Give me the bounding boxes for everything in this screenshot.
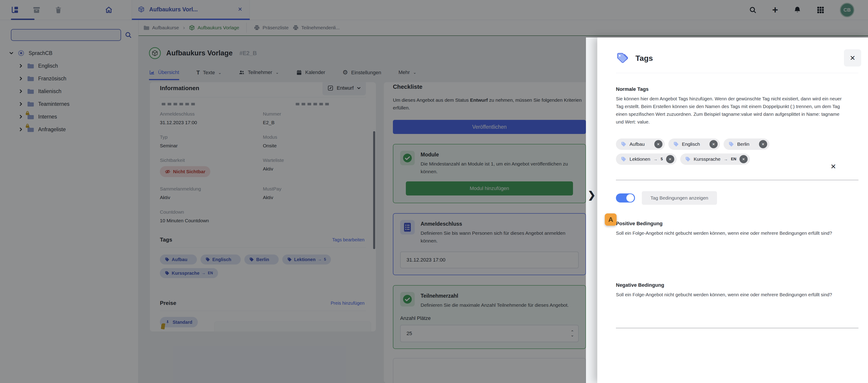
tags-icon (616, 53, 629, 64)
tag-icon (621, 141, 626, 147)
divider (616, 328, 859, 328)
accessibility-badge[interactable]: A (605, 214, 617, 226)
tag-chip: Aufbau✕ (616, 138, 665, 150)
negative-condition-section: Negative Bedingung Soll ein Folge-Angebo… (616, 282, 859, 298)
tag-label: Englisch (682, 141, 700, 147)
panel-gutter: ❯ (586, 37, 597, 383)
clear-input-icon[interactable]: ✕ (829, 162, 838, 171)
panel-header: Tags (616, 49, 859, 67)
toggle-label[interactable]: Tag Bedingungen anzeigen (642, 191, 717, 205)
remove-tag-icon[interactable]: ✕ (710, 140, 718, 148)
tags-input-field[interactable]: Aufbau✕ Englisch✕ Berlin✕ Lektionen→5✕ K… (616, 138, 859, 180)
tag-label: Berlin (737, 141, 749, 147)
app-root: Aufbaukurs Vorl... ✕ + CB Aufbaukurse › … (0, 0, 868, 383)
normal-tags-description: Sie können hier dem Angebot Tags hinzufü… (616, 95, 847, 126)
remove-tag-icon[interactable]: ✕ (740, 155, 748, 163)
tag-chip: Lektionen→5✕ (616, 154, 677, 165)
remove-tag-icon[interactable]: ✕ (759, 140, 767, 148)
normal-tags-title: Normale Tags (616, 86, 859, 92)
divider (616, 73, 859, 73)
panel-tag-chip-list: Aufbau✕ Englisch✕ Berlin✕ Lektionen→5✕ K… (616, 138, 820, 165)
tag-arrow: → (653, 157, 657, 162)
tag-icon (685, 156, 691, 162)
tag-label: Lektionen (629, 156, 650, 162)
negative-condition-description: Soll ein Folge-Angebot nicht gebucht wer… (616, 291, 847, 298)
tag-chip: Englisch✕ (669, 138, 720, 150)
negative-condition-title: Negative Bedingung (616, 282, 859, 288)
tag-chip: Berlin✕ (723, 138, 769, 150)
tags-panel: Tags ✕ Normale Tags Sie können hier dem … (597, 37, 868, 383)
tag-conditions-toggle-row: Tag Bedingungen anzeigen (616, 191, 859, 205)
tag-icon (673, 141, 679, 147)
tag-icon (621, 156, 626, 162)
positive-condition-description: Soll ein Folge-Angebot nicht gebucht wer… (616, 229, 847, 237)
tag-label: Aufbau (629, 141, 645, 147)
tag-value: EN (731, 157, 736, 161)
panel-expand-icon[interactable]: ❯ (586, 190, 597, 200)
tag-chip: Kurssprache→EN✕ (680, 154, 750, 165)
remove-tag-icon[interactable]: ✕ (666, 155, 674, 163)
toggle-switch[interactable] (616, 193, 635, 202)
tag-label: Kurssprache (694, 156, 721, 162)
positive-condition-section: Positive Bedingung Soll ein Folge-Angebo… (616, 221, 859, 237)
close-icon[interactable]: ✕ (844, 49, 861, 66)
remove-tag-icon[interactable]: ✕ (654, 140, 662, 148)
tag-value: 5 (661, 157, 663, 161)
panel-title: Tags (636, 54, 653, 63)
tag-icon (728, 141, 734, 147)
tag-arrow: → (723, 157, 727, 162)
positive-condition-title: Positive Bedingung (616, 221, 859, 227)
